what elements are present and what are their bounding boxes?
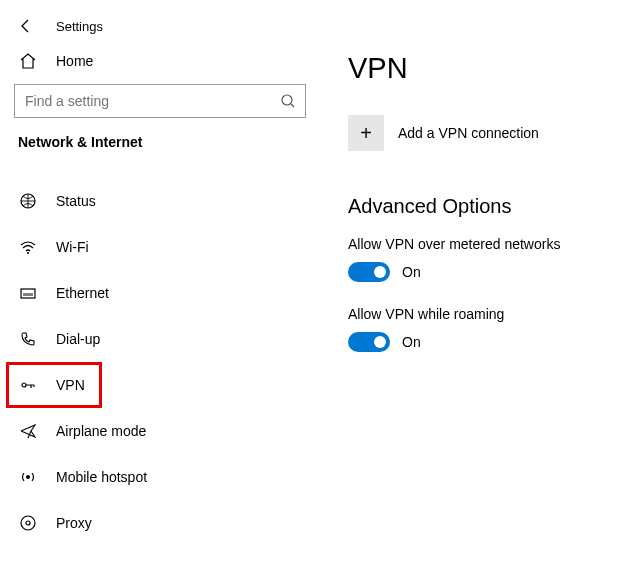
airplane-icon [18, 422, 38, 440]
home-label: Home [56, 53, 93, 69]
header-row: Settings [0, 18, 320, 34]
svg-point-5 [26, 475, 30, 479]
metered-state: On [402, 264, 421, 280]
sidebar-item-label: Proxy [56, 515, 92, 531]
wifi-icon [18, 238, 38, 256]
proxy-icon [18, 514, 38, 532]
search-box-wrap [14, 84, 306, 118]
back-icon[interactable] [18, 18, 34, 34]
metered-toggle[interactable] [348, 262, 390, 282]
sidebar-item-wifi[interactable]: Wi-Fi [0, 224, 320, 270]
hotspot-icon [18, 468, 38, 486]
section-title: Network & Internet [0, 134, 320, 150]
svg-point-2 [27, 252, 29, 254]
sidebar-item-ethernet[interactable]: Ethernet [0, 270, 320, 316]
sidebar-item-status[interactable]: Status [0, 178, 320, 224]
svg-point-4 [22, 383, 26, 387]
add-vpn-label: Add a VPN connection [398, 125, 539, 141]
sidebar-item-label: Dial-up [56, 331, 100, 347]
sidebar-item-label: VPN [56, 377, 85, 393]
roaming-state: On [402, 334, 421, 350]
plus-icon: + [348, 115, 384, 151]
home-button[interactable]: Home [0, 52, 320, 70]
ethernet-icon [18, 284, 38, 302]
roaming-toggle-row: On [348, 332, 621, 352]
window-title: Settings [56, 19, 103, 34]
phone-icon [18, 330, 38, 348]
roaming-toggle[interactable] [348, 332, 390, 352]
sidebar-item-dialup[interactable]: Dial-up [0, 316, 320, 362]
vpn-icon [18, 376, 38, 394]
svg-point-7 [26, 521, 30, 525]
sidebar-item-vpn[interactable]: VPN [0, 362, 320, 408]
main-panel: VPN + Add a VPN connection Advanced Opti… [320, 0, 621, 585]
sidebar-item-label: Ethernet [56, 285, 109, 301]
sidebar-item-proxy[interactable]: Proxy [0, 500, 320, 546]
metered-label: Allow VPN over metered networks [348, 236, 621, 252]
sidebar-item-label: Wi-Fi [56, 239, 89, 255]
sidebar-item-airplane[interactable]: Airplane mode [0, 408, 320, 454]
sidebar-item-hotspot[interactable]: Mobile hotspot [0, 454, 320, 500]
sidebar-item-label: Status [56, 193, 96, 209]
roaming-label: Allow VPN while roaming [348, 306, 621, 322]
page-title: VPN [348, 52, 621, 85]
sidebar: Settings Home Network & Internet Status … [0, 0, 320, 585]
svg-point-6 [21, 516, 35, 530]
globe-icon [18, 192, 38, 210]
sidebar-item-label: Mobile hotspot [56, 469, 147, 485]
add-vpn-button[interactable]: + Add a VPN connection [348, 115, 621, 151]
home-icon [18, 52, 38, 70]
metered-toggle-row: On [348, 262, 621, 282]
search-input[interactable] [14, 84, 306, 118]
advanced-title: Advanced Options [348, 195, 621, 218]
sidebar-item-label: Airplane mode [56, 423, 146, 439]
